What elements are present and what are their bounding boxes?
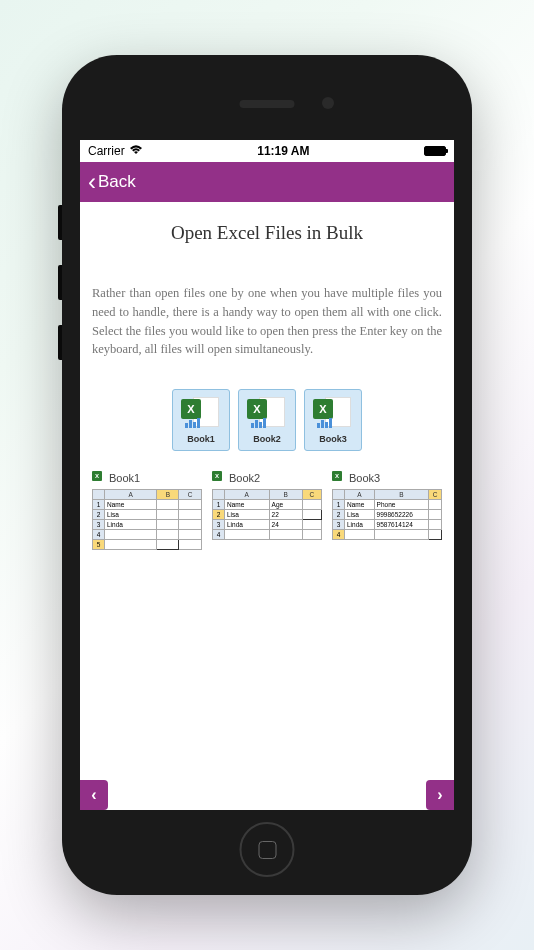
navigation-bar: ‹ Back [80, 162, 454, 202]
file-name-label: Book3 [319, 434, 347, 444]
home-button[interactable] [240, 822, 295, 877]
excel-icon: X [92, 471, 106, 485]
illustration: X Book1 X Book2 [92, 389, 442, 550]
sheet-book3: X Book3 ABC 1NamePhone 2Lisa9998652226 3… [332, 471, 442, 550]
chevron-left-icon: ‹ [91, 786, 96, 804]
phone-side-buttons [58, 205, 62, 385]
phone-camera [322, 97, 334, 109]
excel-icon: X [181, 397, 221, 431]
next-page-button[interactable]: › [426, 780, 454, 810]
phone-speaker [240, 100, 295, 108]
battery-icon [424, 146, 446, 156]
back-button[interactable]: ‹ Back [88, 170, 136, 194]
content-area: Open Excel Files in Bulk Rather than ope… [80, 202, 454, 780]
chevron-right-icon: › [437, 786, 442, 804]
home-icon [258, 841, 276, 859]
file-icon-book1: X Book1 [172, 389, 230, 451]
file-icon-book3: X Book3 [304, 389, 362, 451]
sheet-book1: X Book1 ABC 1Name 2Lisa 3Linda 4 5 [92, 471, 202, 550]
page-nav-arrows: ‹ › [80, 780, 454, 810]
clock: 11:19 AM [257, 144, 309, 158]
mini-spreadsheet: ABC 1NameAge 2Lisa22 3Linda24 4 [212, 489, 322, 540]
mini-spreadsheet: ABC 1NamePhone 2Lisa9998652226 3Linda958… [332, 489, 442, 540]
chevron-left-icon: ‹ [88, 170, 96, 194]
page-description: Rather than open files one by one when y… [92, 284, 442, 359]
file-icons-row: X Book1 X Book2 [172, 389, 362, 451]
prev-page-button[interactable]: ‹ [80, 780, 108, 810]
sheet-book2: X Book2 ABC 1NameAge 2Lisa22 3Linda24 4 [212, 471, 322, 550]
sheet-title: Book1 [109, 472, 140, 484]
file-name-label: Book2 [253, 434, 281, 444]
excel-icon: X [212, 471, 226, 485]
page-title: Open Excel Files in Bulk [92, 222, 442, 244]
sheet-title: Book3 [349, 472, 380, 484]
excel-icon: X [313, 397, 353, 431]
sheet-title: Book2 [229, 472, 260, 484]
sheets-row: X Book1 ABC 1Name 2Lisa 3Linda 4 5 [92, 471, 442, 550]
phone-frame: Carrier 11:19 AM ‹ Back Open Excel Files… [62, 55, 472, 895]
screen: Carrier 11:19 AM ‹ Back Open Excel Files… [80, 140, 454, 810]
mini-spreadsheet: ABC 1Name 2Lisa 3Linda 4 5 [92, 489, 202, 550]
excel-icon: X [332, 471, 346, 485]
status-bar: Carrier 11:19 AM [80, 140, 454, 162]
excel-icon: X [247, 397, 287, 431]
back-label: Back [98, 172, 136, 192]
file-icon-book2: X Book2 [238, 389, 296, 451]
file-name-label: Book1 [187, 434, 215, 444]
wifi-icon [129, 145, 143, 157]
carrier-label: Carrier [88, 144, 125, 158]
